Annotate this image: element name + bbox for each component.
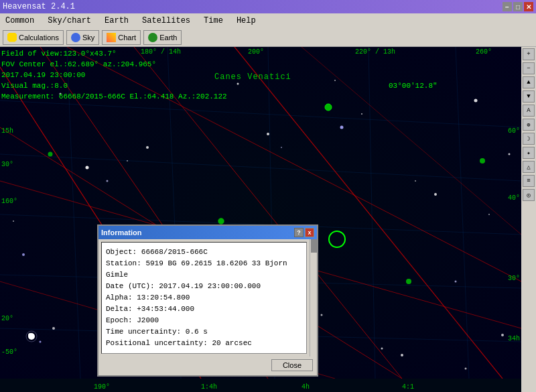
svg-point-41 xyxy=(455,281,457,283)
dialog-footer: Close xyxy=(98,356,317,375)
edge-top-3: 220° / 13h xyxy=(355,48,395,56)
dialog-close-action-button[interactable]: Close xyxy=(271,359,313,371)
svg-point-59 xyxy=(48,152,53,157)
dialog-body: Object: 66668/2015-666C Station: 5919 BG… xyxy=(101,242,307,354)
datetime-text: 2017.04.19 23:00:00 xyxy=(1,70,227,80)
calculations-button[interactable]: Calculations xyxy=(3,30,64,45)
dialog-title: Information xyxy=(101,228,142,237)
minimize-button[interactable]: − xyxy=(503,2,512,11)
edge-left-2: 30° xyxy=(1,161,13,168)
menu-help[interactable]: Help xyxy=(234,15,259,27)
moon-button[interactable]: ☽ xyxy=(523,133,535,145)
fov-center-text: FOV Center el.:62.689° az.:204.965° xyxy=(1,59,227,70)
svg-point-43 xyxy=(488,214,490,215)
titlebar-title: Heavensat 2.4.1 xyxy=(3,2,75,11)
object-field: Object: 66668/2015-666C xyxy=(106,247,302,258)
station-field: Station: 5919 BG 69.2615 18.6206 33 Bjor… xyxy=(106,258,302,281)
zoom-in-button[interactable]: + xyxy=(523,48,535,60)
svg-point-53 xyxy=(325,104,332,111)
edge-right-2: 40° xyxy=(508,194,520,202)
svg-point-54 xyxy=(218,218,224,224)
date-field: Date (UTC): 2017.04.19 23:00:00.000 xyxy=(106,281,302,292)
positional-uncertainty-field: Positional uncertainty: 20 arcsec xyxy=(106,338,302,349)
earth-button[interactable]: Earth xyxy=(143,30,182,45)
north-button[interactable]: A xyxy=(523,105,535,117)
visual-mag-text: Visual mag.:8.0 xyxy=(1,80,227,91)
edge-left-3: 160° xyxy=(1,198,17,205)
info-overlay: Field of view:123.0°x43.7° FOV Center el… xyxy=(1,48,227,102)
zoom-out-button[interactable]: − xyxy=(523,62,535,74)
menu-satellites[interactable]: Satellites xyxy=(139,15,193,27)
svg-point-23 xyxy=(86,166,89,170)
svg-point-47 xyxy=(22,253,25,256)
edge-bottom-3: 4h xyxy=(302,383,310,391)
svg-point-34 xyxy=(321,314,323,316)
dialog-scrollbar[interactable] xyxy=(310,239,317,356)
chart-icon xyxy=(107,33,116,42)
svg-point-24 xyxy=(107,180,109,182)
dialog-content-area: Object: 66668/2015-666C Station: 5919 BG… xyxy=(98,239,317,356)
svg-point-61 xyxy=(28,333,35,340)
titlebar-controls: − □ ✕ xyxy=(503,2,533,11)
scroll-down-button[interactable]: ▼ xyxy=(523,90,535,103)
svg-point-52 xyxy=(465,368,467,370)
edge-right-3: 30° xyxy=(508,275,520,282)
svg-point-46 xyxy=(13,220,14,222)
edge-right-1: 60° xyxy=(508,127,520,135)
dialog-controls: ? x xyxy=(294,228,314,237)
alpha-field: Alpha: 13:20:54.800 xyxy=(106,292,302,304)
earth-view-button[interactable]: ⊕ xyxy=(523,119,535,131)
maximize-button[interactable]: □ xyxy=(513,2,523,11)
edge-top-2: 200° xyxy=(248,48,264,56)
svg-point-42 xyxy=(474,99,478,103)
svg-point-58 xyxy=(480,158,485,164)
grid-button[interactable]: ≡ xyxy=(523,175,535,187)
chart-button[interactable]: Chart xyxy=(102,30,141,45)
target-button[interactable]: ◎ xyxy=(523,189,535,201)
menu-skychart[interactable]: Sky/chart xyxy=(45,15,94,27)
edge-left-4: 20° xyxy=(1,315,13,322)
svg-point-26 xyxy=(146,146,149,149)
svg-point-38 xyxy=(401,354,403,356)
svg-point-55 xyxy=(406,279,411,284)
svg-point-31 xyxy=(267,133,269,135)
svg-point-22 xyxy=(52,327,55,330)
coord-label: 03°00'12.8" xyxy=(389,82,438,90)
star-button[interactable]: ✦ xyxy=(523,147,535,159)
dialog-titlebar: Information ? x xyxy=(98,226,317,239)
menu-common[interactable]: Common xyxy=(3,15,37,27)
svg-point-32 xyxy=(281,147,282,148)
sky-icon xyxy=(71,33,80,42)
menu-earth[interactable]: Earth xyxy=(102,15,131,27)
dialog-help-button[interactable]: ? xyxy=(294,228,304,237)
svg-point-50 xyxy=(237,83,239,85)
svg-point-40 xyxy=(434,193,437,196)
scroll-up-button[interactable]: ▲ xyxy=(523,76,535,88)
dialog-close-button[interactable]: x xyxy=(305,228,314,237)
epoch-field: Epoch: J2000 xyxy=(106,315,302,326)
time-uncertainty-field: Time uncertainty: 0.6 s xyxy=(106,326,302,338)
titlebar: Heavensat 2.4.1 − □ ✕ xyxy=(0,0,536,13)
skymap[interactable]: Field of view:123.0°x43.7° FOV Center el… xyxy=(0,47,536,392)
svg-point-45 xyxy=(509,153,511,155)
edge-top-4: 260° xyxy=(476,48,492,56)
svg-point-37 xyxy=(381,348,383,350)
earth-icon xyxy=(148,33,157,42)
measure-button[interactable]: △ xyxy=(523,161,535,173)
edge-left-5: -50° xyxy=(1,348,17,356)
svg-point-51 xyxy=(334,80,336,81)
svg-point-36 xyxy=(361,113,362,115)
menu-time[interactable]: Time xyxy=(201,15,226,27)
calculator-icon xyxy=(7,33,17,42)
measurement-text: Measurement: 66668/2015-666C El.:64.418 … xyxy=(1,91,227,102)
info-dialog: Information ? x Object: 66668/2015-666C … xyxy=(97,224,318,377)
edge-left-1: 15h xyxy=(1,127,13,135)
menubar: Common Sky/chart Earth Satellites Time H… xyxy=(0,13,536,28)
svg-point-21 xyxy=(40,341,42,343)
edge-bottom-4: 4:1 xyxy=(402,383,414,391)
window-close-button[interactable]: ✕ xyxy=(524,2,533,11)
scrollbar-thumb[interactable] xyxy=(311,239,318,253)
svg-point-35 xyxy=(340,126,344,129)
sky-button[interactable]: Sky xyxy=(66,30,99,45)
svg-point-44 xyxy=(501,334,504,336)
